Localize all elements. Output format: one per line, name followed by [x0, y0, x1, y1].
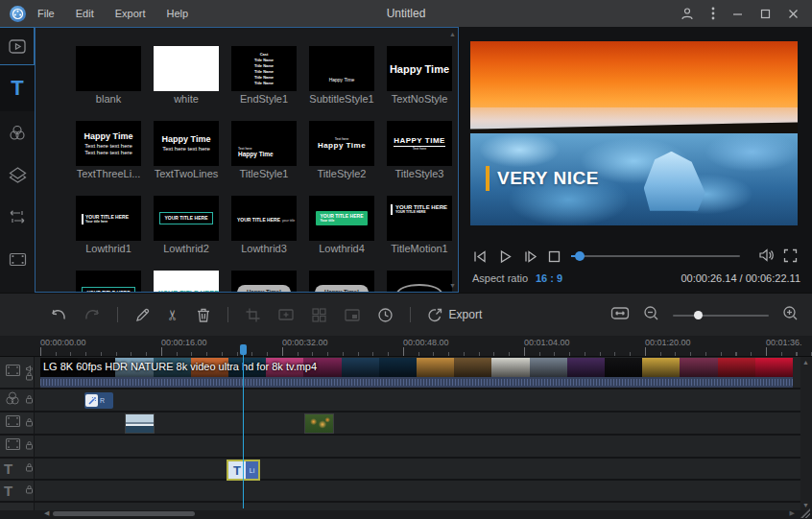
- template-Lowthrid2[interactable]: YOUR TITLE HERELowthrid2: [154, 196, 219, 254]
- track-header-film[interactable]: [0, 357, 35, 388]
- split-button[interactable]: ✂: [164, 309, 181, 321]
- sidebar-item-elements[interactable]: [0, 238, 35, 280]
- track-lock-icon[interactable]: [25, 481, 34, 498]
- template-whiteteal[interactable]: YOUR TITLE HERE: [154, 271, 219, 293]
- video-preview[interactable]: VERY NICE: [470, 41, 798, 225]
- track-header-text[interactable]: T: [0, 481, 35, 501]
- fullscreen-icon[interactable]: [783, 248, 798, 267]
- menu-export[interactable]: Export: [115, 8, 146, 19]
- track-header-filter[interactable]: [0, 389, 35, 411]
- template-badge[interactable]: Happy Time!Text here Text here Text here: [231, 271, 297, 293]
- play-button[interactable]: [497, 248, 513, 265]
- next-frame-button[interactable]: [522, 248, 538, 265]
- maximize-button[interactable]: [760, 9, 771, 19]
- vertical-scrollbar[interactable]: ▲ ▼: [800, 357, 812, 510]
- film-track-icon: [4, 413, 22, 433]
- track-lock-icon[interactable]: [25, 390, 34, 408]
- horizontal-scroll-thumb[interactable]: [53, 511, 195, 516]
- edit-button[interactable]: [134, 307, 151, 323]
- menu-file[interactable]: File: [37, 8, 55, 19]
- template-badge[interactable]: Happy Time!Text here Text here Text here: [309, 271, 374, 293]
- volume-icon[interactable]: [758, 248, 776, 267]
- zoom-out-icon[interactable]: [643, 305, 659, 325]
- template-TitleStyle2[interactable]: Text hereHappy TimeTitleStyle2: [309, 121, 374, 179]
- track-lock-icon[interactable]: [25, 367, 34, 385]
- export-button[interactable]: Export: [427, 307, 483, 323]
- sidebar-item-media[interactable]: [0, 27, 35, 65]
- template-blank[interactable]: blank: [76, 46, 141, 105]
- toolbar-separator: [410, 307, 411, 322]
- delete-button[interactable]: [196, 307, 211, 323]
- track-lock-icon[interactable]: [25, 413, 34, 431]
- text-track-icon: T: [4, 460, 12, 478]
- stop-button[interactable]: [547, 249, 561, 264]
- zoom-region-button[interactable]: [277, 307, 295, 322]
- scroll-up-icon[interactable]: ▲: [802, 359, 809, 366]
- template-ornate[interactable]: Happy Time!: [387, 271, 452, 293]
- template-label: TextTwoLines: [154, 168, 219, 179]
- track-header-film[interactable]: [0, 413, 35, 434]
- playhead-line[interactable]: [243, 347, 244, 508]
- track-lock-icon[interactable]: [25, 459, 34, 476]
- crop-button[interactable]: [245, 307, 261, 323]
- template-TitleMotion1[interactable]: YOUR TITLE HEREYOUR TITLE HERETitleMotio…: [387, 196, 452, 254]
- aspect-ratio-value[interactable]: 16 : 9: [536, 272, 562, 284]
- template-Lowthrid4[interactable]: YOUR TITLE HEREYour titleLowthrid4: [309, 196, 374, 254]
- template-EndStyle1[interactable]: CastTitle NameTitle NameTitle NameTitle …: [231, 46, 297, 105]
- mosaic-button[interactable]: [311, 307, 327, 322]
- template-TitleStyle1[interactable]: Text hereHappy TimeTitleStyle1: [231, 121, 297, 179]
- template-TitleStyle3[interactable]: HAPPY TIMEText hereTitleStyle3: [387, 121, 452, 179]
- menu-help[interactable]: Help: [167, 8, 189, 19]
- redo-button[interactable]: [84, 307, 101, 322]
- previous-frame-button[interactable]: [472, 248, 489, 265]
- close-button[interactable]: [788, 9, 799, 19]
- image-clip-flowers[interactable]: [304, 413, 334, 434]
- track-header-text[interactable]: T: [0, 459, 35, 479]
- panel-scroll-down-icon[interactable]: ▼: [449, 282, 456, 289]
- timeline-zoom-knob[interactable]: [694, 311, 703, 319]
- timeline-zoom-slider[interactable]: [673, 315, 769, 317]
- ruler-timecode: 00:00:32.00: [282, 338, 328, 347]
- template-lower2[interactable]: YOUR TITLE HERE: [76, 271, 141, 293]
- filter-clip[interactable]: R: [84, 392, 113, 409]
- sidebar-item-text[interactable]: T: [0, 65, 35, 111]
- timeline-ruler[interactable]: 00:00:00.0000:00:16.0000:00:32.0000:00:4…: [0, 336, 812, 357]
- template-Lowthrid1[interactable]: YOUR TITLE HEREYour title hereLowthrid1: [76, 196, 141, 254]
- menu-edit[interactable]: Edit: [76, 8, 94, 19]
- freeze-frame-button[interactable]: [344, 308, 361, 322]
- app-logo-icon[interactable]: [10, 6, 26, 22]
- track-header-film[interactable]: [0, 436, 35, 457]
- template-TextThreeLi...[interactable]: Happy TimeText here text hereText here t…: [76, 121, 141, 179]
- template-thumbnail: Happy TimeText here text hereText here t…: [76, 121, 141, 166]
- template-SubtitleStyle1[interactable]: Happy TimeSubtitleStyle1: [309, 46, 374, 105]
- scroll-left-icon[interactable]: ◀: [44, 509, 49, 517]
- playhead-handle[interactable]: [240, 344, 247, 355]
- template-TextNoStyle[interactable]: Happy TimeTextNoStyle: [387, 46, 452, 105]
- image-clip-mountain[interactable]: [125, 413, 155, 434]
- video-clip[interactable]: LG 8K 60fps HDR NATURE 8k video ultra hd…: [40, 358, 793, 388]
- timecode: 00:00:26.14 / 00:06:22.11: [681, 272, 800, 284]
- track-lock-icon[interactable]: [25, 436, 34, 454]
- template-thumbnail: Happy Time!Text here Text here Text here: [309, 271, 374, 293]
- zoom-in-icon[interactable]: [782, 305, 799, 325]
- template-TextTwoLines[interactable]: Happy TimeText here text hereTextTwoLine…: [154, 121, 219, 179]
- template-white[interactable]: white: [154, 46, 219, 105]
- sidebar-item-filters[interactable]: [0, 111, 35, 153]
- more-options-icon[interactable]: [711, 7, 715, 20]
- sidebar-item-transitions[interactable]: [0, 196, 35, 238]
- account-icon[interactable]: [681, 7, 694, 20]
- duration-button[interactable]: [377, 307, 394, 323]
- minimize-button[interactable]: [732, 9, 743, 19]
- template-Lowthrid3[interactable]: YOUR TITLE HEREyour titleLowthrid3: [231, 196, 297, 254]
- ruler-timecode: 00:01:36.: [766, 338, 802, 347]
- undo-button[interactable]: [50, 307, 67, 322]
- sidebar-item-overlays[interactable]: [0, 153, 35, 196]
- fit-timeline-icon[interactable]: [610, 306, 630, 324]
- scroll-right-icon[interactable]: ▶: [790, 509, 795, 517]
- export-label: Export: [449, 308, 483, 321]
- seek-knob[interactable]: [575, 251, 585, 261]
- seek-slider[interactable]: [571, 255, 740, 257]
- scroll-down-icon[interactable]: ▼: [802, 502, 809, 508]
- horizontal-scrollbar[interactable]: ◀ ▶: [35, 509, 799, 517]
- panel-scroll-up-icon[interactable]: ▲: [449, 31, 456, 37]
